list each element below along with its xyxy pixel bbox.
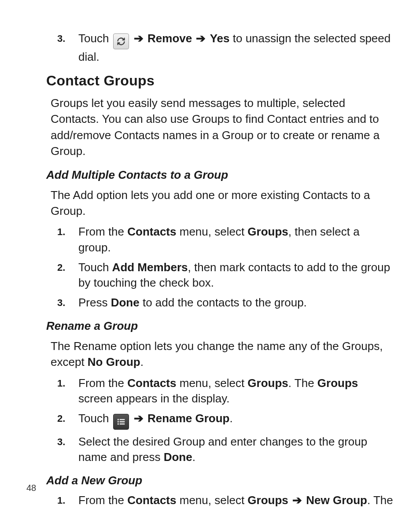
step-number: 3.: [57, 31, 78, 45]
manual-page: 3. Touch ➔ Remove ➔ Yes to unassign the …: [0, 0, 420, 508]
step-text: Touch ➔ Rename Group.: [78, 411, 394, 430]
subsection-intro: The Rename option lets you change the na…: [51, 338, 394, 370]
svg-point-2: [117, 421, 118, 422]
step-text: From the Contacts menu, select Groups ➔ …: [78, 493, 394, 508]
step-text: Press Done to add the contacts to the gr…: [78, 295, 394, 310]
step-text: Touch Add Members, then mark contacts to…: [78, 260, 394, 291]
step-number: 1.: [57, 224, 78, 239]
svg-point-0: [117, 419, 118, 420]
step-text: Select the desired Group and enter chang…: [78, 434, 394, 465]
list-item: 1. From the Contacts menu, select Groups…: [57, 224, 394, 255]
menu-list-icon: [113, 414, 129, 430]
step-text: Touch ➔ Remove ➔ Yes to unassign the sel…: [78, 31, 394, 65]
svg-rect-3: [119, 421, 125, 423]
step-number: 2.: [57, 260, 78, 274]
svg-rect-5: [119, 424, 125, 425]
step-number: 1.: [57, 376, 78, 390]
step-number: 3.: [57, 434, 78, 449]
refresh-icon: [113, 33, 129, 49]
section-heading: Contact Groups: [46, 73, 394, 89]
list-item: 2. Touch Add Members, then mark contacts…: [57, 260, 394, 291]
arrow-icon: ➔: [134, 31, 144, 46]
page-number: 48: [26, 483, 36, 493]
step-number: 1.: [57, 493, 78, 507]
section-intro: Groups let you easily send messages to m…: [51, 95, 394, 159]
subsection-heading: Add a New Group: [46, 474, 394, 487]
arrow-icon: ➔: [292, 493, 302, 508]
step-number: 2.: [57, 411, 78, 425]
arrow-icon: ➔: [196, 31, 206, 46]
svg-point-4: [117, 423, 118, 424]
subsection-heading: Rename a Group: [46, 319, 394, 333]
svg-rect-1: [119, 419, 125, 420]
step-text: From the Contacts menu, select Groups. T…: [78, 376, 394, 406]
subsection-intro: The Add option lets you add one or more …: [51, 187, 394, 219]
step-number: 3.: [57, 295, 78, 310]
step-text: From the Contacts menu, select Groups, t…: [78, 224, 394, 255]
arrow-icon: ➔: [134, 411, 144, 426]
subsection-heading: Add Multiple Contacts to a Group: [46, 168, 394, 182]
list-item: 3. Select the desired Group and enter ch…: [57, 434, 394, 465]
list-item: 1. From the Contacts menu, select Groups…: [57, 493, 394, 508]
list-item: 1. From the Contacts menu, select Groups…: [57, 376, 394, 406]
list-item: 2. Touch ➔ Rename Group.: [57, 411, 394, 430]
list-item: 3. Touch ➔ Remove ➔ Yes to unassign the …: [57, 31, 394, 65]
list-item: 3. Press Done to add the contacts to the…: [57, 295, 394, 310]
